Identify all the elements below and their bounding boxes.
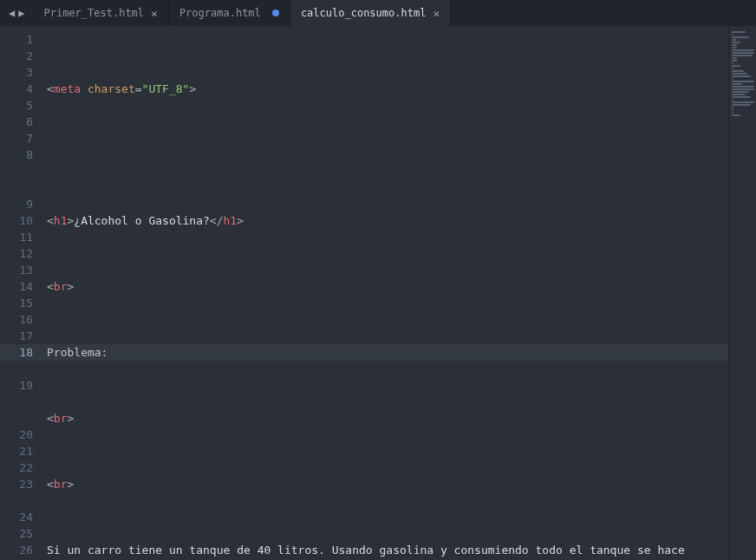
minimap-line — [732, 62, 733, 64]
tab-label: calculo_consumo.html — [301, 7, 427, 19]
minimap-line — [732, 94, 746, 95]
minimap[interactable] — [728, 26, 756, 560]
minimap-line — [732, 88, 754, 90]
minimap-line — [732, 73, 747, 75]
tab-primer-test[interactable]: Primer_Test.html × — [33, 0, 168, 26]
line-number: 2 — [0, 48, 40, 64]
minimap-line — [732, 107, 733, 108]
minimap-line — [732, 86, 754, 88]
minimap-line — [732, 99, 733, 101]
minimap-line — [732, 91, 749, 93]
line-number: 24 — [0, 509, 40, 525]
minimap-line — [732, 68, 733, 69]
minimap-line — [732, 81, 754, 82]
minimap-line — [732, 114, 740, 116]
tab-nav: ◀ ▶ — [0, 0, 33, 26]
line-number: 12 — [0, 245, 40, 262]
line-number: 22 — [0, 459, 40, 476]
tab-next-icon[interactable]: ▶ — [16, 7, 26, 19]
line-number: 7 — [0, 130, 40, 147]
minimap-line — [732, 60, 737, 62]
minimap-line — [732, 57, 737, 59]
tab-bar: ◀ ▶ Primer_Test.html × Programa.html cal… — [0, 0, 756, 26]
code-area[interactable]: <meta charset="UTF_8"> <h1>¿Alcohol o Ga… — [40, 26, 728, 560]
line-number — [0, 179, 40, 196]
tab-label: Primer_Test.html — [43, 7, 144, 19]
line-number: 25 — [0, 525, 40, 542]
line-number: 15 — [0, 295, 40, 311]
tab-programa[interactable]: Programa.html — [169, 0, 290, 26]
line-number — [0, 410, 40, 427]
line-number: 9 — [0, 196, 40, 212]
line-number: 19 — [0, 377, 40, 394]
tab-prev-icon[interactable]: ◀ — [7, 7, 16, 19]
line-number: 18 — [0, 344, 40, 361]
minimap-line — [732, 96, 751, 98]
line-number: 11 — [0, 229, 40, 245]
text: Si un carro tiene un tanque de 40 litros… — [47, 544, 692, 557]
line-number: 8 — [0, 147, 40, 163]
dirty-indicator-icon — [272, 10, 279, 16]
minimap-line — [732, 49, 754, 51]
line-number: 26 — [0, 542, 40, 558]
line-number — [0, 163, 40, 179]
tab-label: Programa.html — [179, 7, 265, 19]
close-icon[interactable]: × — [433, 7, 440, 20]
minimap-line — [732, 42, 740, 43]
heading-text: ¿Alcohol o Gasolina? — [74, 214, 210, 227]
minimap-line — [732, 44, 737, 46]
minimap-line — [732, 101, 754, 103]
line-gutter: 1234567891011121314151617181920212223242… — [0, 26, 40, 560]
line-number — [0, 394, 40, 410]
line-number: 1 — [0, 31, 40, 48]
minimap-line — [732, 36, 749, 38]
line-number: 3 — [0, 64, 40, 81]
line-number: 6 — [0, 114, 40, 130]
tag: meta — [54, 82, 81, 95]
line-number: 14 — [0, 278, 40, 295]
line-number: 13 — [0, 262, 40, 278]
minimap-line — [732, 34, 733, 36]
string: "UTF_8" — [142, 82, 190, 95]
line-number: 20 — [0, 427, 40, 443]
line-number: 5 — [0, 97, 40, 114]
minimap-line — [732, 70, 744, 72]
line-number: 21 — [0, 443, 40, 459]
minimap-line — [732, 78, 733, 80]
minimap-line — [732, 112, 733, 114]
line-number: 10 — [0, 212, 40, 229]
minimap-line — [732, 104, 751, 106]
minimap-line — [732, 109, 733, 111]
line-number: 4 — [0, 81, 40, 97]
punct: < — [47, 82, 54, 95]
minimap-line — [732, 52, 754, 54]
minimap-line — [732, 83, 742, 85]
minimap-line — [732, 75, 751, 77]
attr: charset — [88, 82, 135, 95]
minimap-line — [732, 39, 737, 41]
line-number — [0, 361, 40, 377]
text: Problema: — [47, 346, 108, 359]
line-number — [0, 492, 40, 509]
editor: 1234567891011121314151617181920212223242… — [0, 26, 756, 560]
line-number: 23 — [0, 476, 40, 492]
minimap-line — [732, 47, 737, 49]
close-icon[interactable]: × — [151, 7, 158, 20]
tab-calculo-consumo[interactable]: calculo_consumo.html × — [290, 0, 451, 26]
minimap-line — [732, 31, 746, 33]
line-number: 17 — [0, 328, 40, 344]
line-number: 16 — [0, 311, 40, 328]
minimap-line — [732, 55, 753, 56]
minimap-line — [732, 65, 740, 67]
